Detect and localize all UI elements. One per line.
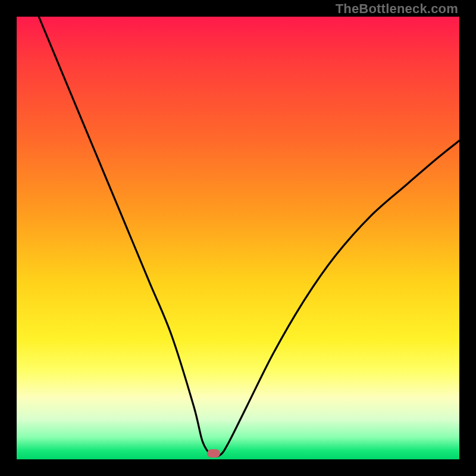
chart-frame: TheBottleneck.com (0, 0, 476, 476)
optimum-marker (207, 449, 220, 458)
plot-area (17, 17, 459, 459)
watermark-text: TheBottleneck.com (336, 1, 458, 17)
curve-path (39, 17, 459, 456)
bottleneck-curve (17, 17, 459, 459)
